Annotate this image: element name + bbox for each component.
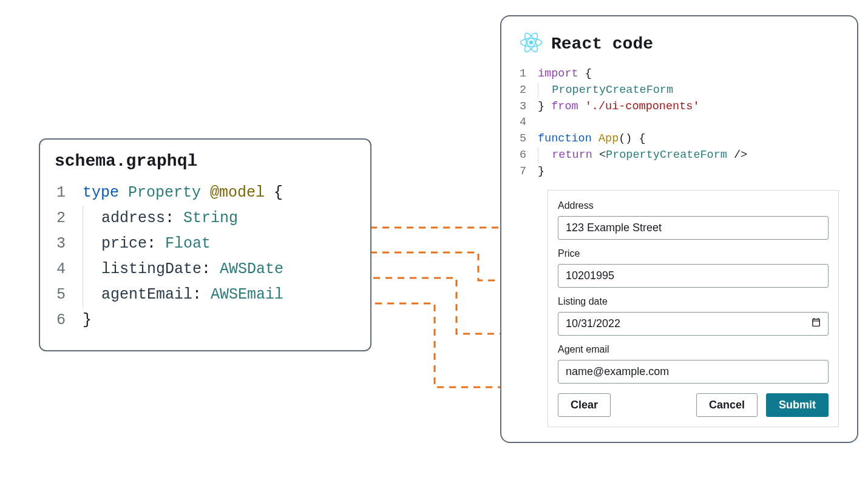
code-line: 2 PropertyCreateForm [520, 83, 839, 99]
code-line: 6} [55, 308, 356, 333]
code-line: 4 listingDate: AWSDate [55, 257, 356, 282]
line-number: 2 [55, 206, 83, 231]
address-input[interactable] [558, 216, 829, 240]
agent-email-input[interactable] [558, 360, 829, 384]
line-number: 5 [520, 131, 538, 147]
react-icon [520, 31, 543, 56]
line-number: 3 [55, 231, 83, 257]
line-number: 4 [520, 115, 538, 131]
line-number: 6 [55, 308, 83, 333]
code-line: 6 return <PropertyCreateForm /> [520, 147, 839, 164]
line-number: 5 [55, 282, 83, 308]
react-panel: React code 1import {2 PropertyCreateForm… [500, 15, 858, 443]
react-code: 1import {2 PropertyCreateForm3} from './… [520, 66, 839, 180]
code-line: 1type Property @model { [55, 180, 356, 206]
schema-filename: schema.graphql [55, 152, 356, 171]
price-input[interactable] [558, 264, 829, 288]
agent-email-label: Agent email [558, 344, 829, 355]
line-number: 7 [520, 164, 538, 180]
react-title: React code [551, 35, 653, 53]
schema-code: 1type Property @model {2 address: String… [55, 180, 356, 333]
listing-date-label: Listing date [558, 296, 829, 307]
line-number: 1 [55, 180, 83, 206]
line-number: 6 [520, 147, 538, 164]
code-line: 3 price: Float [55, 231, 356, 257]
line-number: 2 [520, 83, 538, 99]
listing-date-input[interactable] [558, 312, 829, 336]
code-line: 2 address: String [55, 206, 356, 231]
code-line: 1import { [520, 66, 839, 83]
calendar-icon[interactable] [811, 317, 821, 330]
svg-point-4 [529, 41, 534, 45]
schema-panel: schema.graphql 1type Property @model {2 … [39, 138, 371, 351]
cancel-button[interactable]: Cancel [696, 393, 758, 417]
code-line: 5 agentEmail: AWSEmail [55, 282, 356, 308]
line-number: 3 [520, 99, 538, 115]
code-line: 4 [520, 115, 839, 131]
code-line: 7} [520, 164, 839, 180]
line-number: 1 [520, 66, 538, 83]
code-line: 3} from './ui-components' [520, 99, 839, 115]
form-preview: Address Price Listing date Agent email C… [548, 190, 839, 427]
code-line: 5function App() { [520, 131, 839, 147]
line-number: 4 [55, 257, 83, 282]
address-label: Address [558, 200, 829, 211]
clear-button[interactable]: Clear [558, 393, 611, 417]
price-label: Price [558, 248, 829, 259]
submit-button[interactable]: Submit [766, 393, 829, 417]
